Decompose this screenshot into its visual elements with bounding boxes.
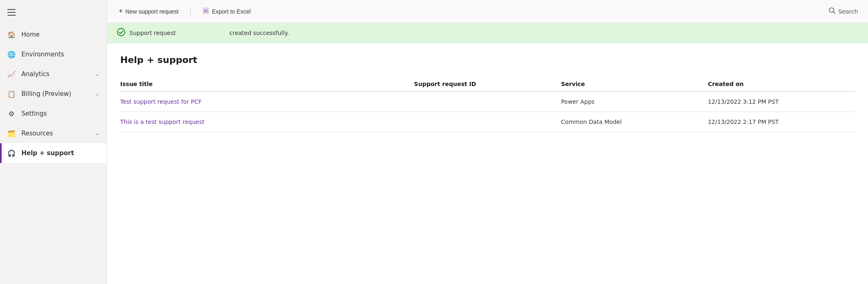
export-to-excel-button[interactable]: XL Export to Excel: [201, 5, 252, 19]
sidebar-nav: 🏠 Home 🌐 Environments 📈 Analytics ⌄ 📋 Bi…: [0, 25, 107, 284]
export-icon: XL: [202, 7, 210, 16]
search-icon: [828, 7, 836, 16]
table-header-row: Issue title Support request ID Service C…: [120, 77, 855, 92]
col-header-service: Service: [561, 77, 708, 92]
environments-icon: 🌐: [7, 50, 16, 58]
success-icon: [117, 28, 125, 38]
col-header-request-id: Support request ID: [414, 77, 561, 92]
support-table: Issue title Support request ID Service C…: [120, 77, 855, 132]
resources-icon: 🗂️: [7, 129, 16, 137]
sidebar-item-label-analytics: Analytics: [21, 70, 89, 78]
toolbar-divider: [190, 7, 191, 16]
issue-title-link[interactable]: Test support request for PCF: [120, 98, 202, 105]
billing-icon: 📋: [7, 90, 16, 98]
chevron-down-icon: ⌄: [95, 130, 99, 136]
home-icon: 🏠: [7, 30, 16, 39]
new-support-request-button[interactable]: + New support request: [117, 5, 180, 18]
col-header-issue-title: Issue title: [120, 77, 414, 92]
issue-title-cell[interactable]: This is a test support request: [120, 112, 414, 132]
sidebar-item-label-settings: Settings: [21, 110, 99, 117]
created-on-cell: 12/13/2022 3:12 PM PST: [708, 92, 855, 112]
sidebar-item-home[interactable]: 🏠 Home: [0, 25, 107, 44]
banner-text2: created successfully.: [229, 30, 289, 36]
sidebar-item-help-support[interactable]: 🎧 Help + support: [0, 143, 107, 163]
service-cell: Common Data Model: [561, 112, 708, 132]
sidebar-item-billing[interactable]: 📋 Billing (Preview) ⌄: [0, 84, 107, 104]
svg-text:XL: XL: [203, 9, 209, 13]
sidebar-item-label-resources: Resources: [21, 130, 89, 137]
help-support-icon: 🎧: [7, 149, 16, 157]
menu-toggle-button[interactable]: [7, 9, 16, 16]
issue-title-cell[interactable]: Test support request for PCF: [120, 92, 414, 112]
sidebar-item-environments[interactable]: 🌐 Environments: [0, 44, 107, 64]
success-banner: Support request created successfully.: [107, 23, 868, 43]
new-request-label: New support request: [126, 8, 179, 15]
request-id-cell: [414, 92, 561, 112]
page-content: Help + support Issue title Support reque…: [107, 43, 868, 284]
svg-point-4: [117, 28, 125, 36]
banner-text1: Support request: [129, 30, 176, 36]
sidebar-item-label-help-support: Help + support: [21, 149, 99, 157]
search-button[interactable]: Search: [828, 7, 858, 16]
sidebar: 🏠 Home 🌐 Environments 📈 Analytics ⌄ 📋 Bi…: [0, 0, 107, 284]
table-row: Test support request for PCF Power Apps …: [120, 92, 855, 112]
chevron-down-icon: ⌄: [95, 71, 99, 77]
sidebar-item-settings[interactable]: ⚙️ Settings: [0, 104, 107, 123]
plus-icon: +: [119, 7, 123, 16]
chevron-down-icon: ⌄: [95, 91, 99, 97]
sidebar-item-label-home: Home: [21, 31, 99, 38]
search-label: Search: [838, 8, 858, 15]
created-on-cell: 12/13/2022 2:17 PM PST: [708, 112, 855, 132]
toolbar: + New support request XL Export to Excel…: [107, 0, 868, 23]
settings-icon: ⚙️: [7, 109, 16, 118]
sidebar-item-analytics[interactable]: 📈 Analytics ⌄: [0, 64, 107, 84]
service-cell: Power Apps: [561, 92, 708, 112]
col-header-created-on: Created on: [708, 77, 855, 92]
sidebar-header: [0, 0, 107, 25]
issue-title-link[interactable]: This is a test support request: [120, 119, 204, 125]
page-title: Help + support: [120, 55, 855, 65]
sidebar-item-resources[interactable]: 🗂️ Resources ⌄: [0, 123, 107, 143]
main-content: + New support request XL Export to Excel…: [107, 0, 868, 284]
request-id-cell: [414, 112, 561, 132]
sidebar-item-label-billing: Billing (Preview): [21, 90, 89, 98]
analytics-icon: 📈: [7, 70, 16, 78]
sidebar-item-label-environments: Environments: [21, 51, 99, 58]
table-row: This is a test support request Common Da…: [120, 112, 855, 132]
svg-line-3: [833, 12, 835, 14]
export-label: Export to Excel: [212, 8, 251, 15]
